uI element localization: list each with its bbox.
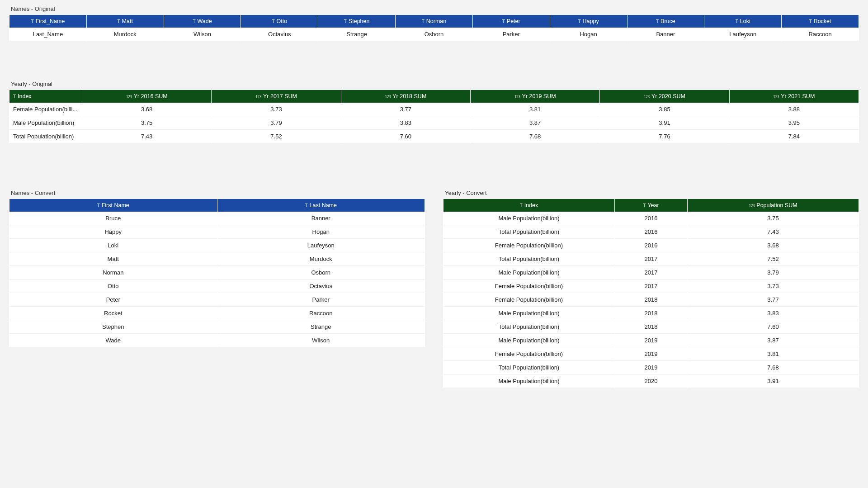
cell: 3.85 xyxy=(600,103,729,116)
text-type-icon xyxy=(272,19,275,24)
cell: Wilson xyxy=(217,334,425,347)
cell: Bruce xyxy=(9,212,217,225)
column-header[interactable]: Yr 2018 SUM xyxy=(341,90,470,103)
cell: Banner xyxy=(217,212,425,225)
column-header[interactable]: Norman xyxy=(396,15,472,28)
number-type-icon xyxy=(749,203,755,208)
column-header[interactable]: Matt xyxy=(87,15,164,28)
column-header[interactable]: Peter xyxy=(473,15,550,28)
column-header[interactable]: Loki xyxy=(704,15,781,28)
cell: 2017 xyxy=(615,252,687,266)
cell: 3.75 xyxy=(82,116,211,130)
table-row: Male Population(billion)3.753.793.833.87… xyxy=(9,116,859,130)
column-header[interactable]: Stephen xyxy=(318,15,395,28)
cell: 3.79 xyxy=(212,116,340,130)
column-header[interactable]: Last Name xyxy=(217,199,425,212)
cell: Wilson xyxy=(164,28,241,41)
table-row: Female Population(billion)20163.68 xyxy=(443,239,859,252)
cell: 3.81 xyxy=(471,103,599,116)
cell: Male Population(billion) xyxy=(443,266,614,280)
cell: 7.52 xyxy=(212,130,340,143)
cell: 3.87 xyxy=(688,334,859,347)
cell: 2016 xyxy=(615,225,687,239)
table-row: HappyHogan xyxy=(9,225,425,239)
cell: 2020 xyxy=(615,374,687,388)
column-header-label: Norman xyxy=(426,18,446,24)
column-header-label: Yr 2019 SUM xyxy=(522,93,556,99)
column-header-label: Index xyxy=(524,202,538,208)
text-type-icon xyxy=(31,19,34,24)
cell: 3.73 xyxy=(212,103,340,116)
column-header[interactable]: Happy xyxy=(550,15,627,28)
table-row: Total Population(billion)20197.68 xyxy=(443,361,859,374)
column-header-label: Happy xyxy=(583,18,599,24)
table-row: PeterParker xyxy=(9,293,425,307)
column-header[interactable]: Wade xyxy=(164,15,241,28)
cell: Female Population(billion) xyxy=(443,293,614,307)
column-header-label: Rocket xyxy=(814,18,831,24)
cell: Octavius xyxy=(241,28,318,41)
column-header-label: Yr 2020 SUM xyxy=(651,93,685,99)
cell: 7.60 xyxy=(341,130,470,143)
column-header-label: Last Name xyxy=(310,202,337,208)
cell: 3.75 xyxy=(688,212,859,225)
cell: Parker xyxy=(217,293,425,307)
text-type-icon xyxy=(422,19,425,24)
cell: 3.81 xyxy=(688,347,859,361)
column-header-label: Population SUM xyxy=(756,202,797,208)
table-yearly-original: IndexYr 2016 SUMYr 2017 SUMYr 2018 SUMYr… xyxy=(9,90,859,143)
table-row: Male Population(billion)20183.83 xyxy=(443,307,859,320)
column-header[interactable]: Yr 2021 SUM xyxy=(730,90,859,103)
column-header[interactable]: Yr 2020 SUM xyxy=(600,90,729,103)
cell: 7.43 xyxy=(688,225,859,239)
cell: 7.84 xyxy=(730,130,859,143)
column-header[interactable]: Yr 2017 SUM xyxy=(212,90,340,103)
column-header[interactable]: Year xyxy=(615,199,687,212)
table-row: Total Population(billion)7.437.527.607.6… xyxy=(9,130,859,143)
cell: 3.68 xyxy=(688,239,859,252)
table-row: Female Population(billi...3.683.733.773.… xyxy=(9,103,859,116)
column-header[interactable]: Rocket xyxy=(782,15,859,28)
column-header[interactable]: Otto xyxy=(241,15,318,28)
column-header-label: First_Name xyxy=(36,18,65,24)
section-title-names-original: Names - Original xyxy=(11,5,859,12)
text-type-icon xyxy=(193,19,195,24)
cell: Total Population(billion) xyxy=(9,130,82,143)
column-header[interactable]: Index xyxy=(9,90,82,103)
cell: 3.88 xyxy=(730,103,859,116)
number-type-icon xyxy=(385,94,391,99)
column-header[interactable]: Population SUM xyxy=(688,199,859,212)
cell: Parker xyxy=(473,28,550,41)
column-header-label: Year xyxy=(647,202,659,208)
cell: Total Population(billion) xyxy=(443,252,614,266)
column-header[interactable]: First_Name xyxy=(9,15,86,28)
table-row: Total Population(billion)20177.52 xyxy=(443,252,859,266)
cell: Strange xyxy=(318,28,395,41)
cell: 3.77 xyxy=(688,293,859,307)
section-title-names-convert: Names - Convert xyxy=(11,190,425,196)
table-row: Female Population(billion)20183.77 xyxy=(443,293,859,307)
text-type-icon xyxy=(643,203,646,208)
cell: Female Population(billion) xyxy=(443,280,614,293)
text-type-icon xyxy=(305,203,308,208)
cell: Male Population(billion) xyxy=(443,307,614,320)
text-type-icon xyxy=(502,19,505,24)
cell: Peter xyxy=(9,293,217,307)
cell: 2016 xyxy=(615,239,687,252)
table-row: WadeWilson xyxy=(9,334,425,347)
column-header-label: Yr 2021 SUM xyxy=(781,93,815,99)
cell: Raccoon xyxy=(782,28,859,41)
column-header[interactable]: Bruce xyxy=(627,15,704,28)
column-header[interactable]: Yr 2016 SUM xyxy=(82,90,211,103)
cell: 7.60 xyxy=(688,320,859,334)
cell: 7.68 xyxy=(471,130,599,143)
table-row: Total Population(billion)20167.43 xyxy=(443,225,859,239)
table-row: LokiLaufeyson xyxy=(9,239,425,252)
column-header[interactable]: Yr 2019 SUM xyxy=(471,90,599,103)
column-header[interactable]: Index xyxy=(443,199,614,212)
table-row: Male Population(billion)20193.87 xyxy=(443,334,859,347)
column-header[interactable]: First Name xyxy=(9,199,217,212)
column-header-label: Loki xyxy=(740,18,750,24)
column-header-label: Stephen xyxy=(349,18,370,24)
table-row: StephenStrange xyxy=(9,320,425,334)
